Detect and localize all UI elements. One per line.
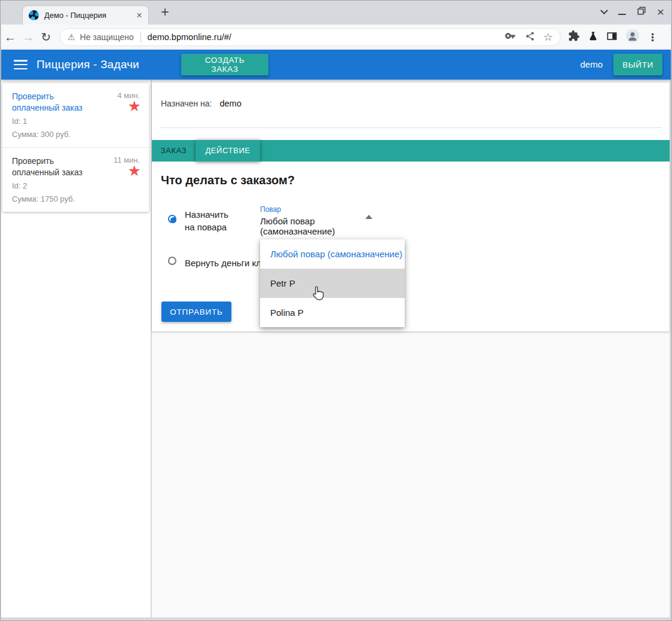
value-line: Любой повар	[260, 216, 377, 226]
new-tab-button[interactable]: +	[157, 5, 173, 20]
tab-order[interactable]: ЗАКАЗ	[152, 140, 196, 162]
submit-button[interactable]: ОТПРАВИТЬ	[161, 302, 231, 322]
extension-icons: ⋮	[568, 29, 658, 45]
select-caret-up-icon[interactable]	[365, 215, 372, 219]
browser-toolbar: ← → ↻ ⚠ Не защищено demo.bpmonline.ru/#/…	[1, 25, 671, 50]
task-id-label: Id: 1	[12, 115, 139, 127]
back-icon[interactable]: ←	[1, 31, 19, 44]
browser-tabstrip: Демо - Пиццерия × + ×	[1, 1, 671, 25]
cook-select-field[interactable]: Повар Любой повар (самоназначение)	[260, 205, 377, 241]
mouse-cursor-hand-icon	[310, 286, 324, 304]
profile-avatar-icon[interactable]	[625, 29, 640, 45]
create-order-button[interactable]: СОЗДАТЬ ЗАКАЗ	[181, 54, 268, 75]
not-secure-warning-icon[interactable]: ⚠	[68, 32, 75, 42]
assigned-row: Назначен на:demo	[161, 99, 242, 108]
flask-extension-icon[interactable]	[588, 31, 598, 44]
url-text: demo.bpmonline.ru/#/	[148, 32, 505, 42]
main-area: Назначен на:demo ЗАКАЗ ДЕЙСТВИЕ Что дела…	[152, 80, 670, 617]
task-item-1[interactable]: Проверить оплаченный заказ 4 мин. ★ Id: …	[2, 83, 149, 147]
divider	[161, 127, 662, 128]
browser-tab[interactable]: Демо - Пиццерия ×	[22, 5, 149, 25]
forward-icon: →	[19, 31, 37, 44]
window-controls: ×	[601, 4, 664, 20]
omnibox-separator	[140, 32, 141, 42]
task-sum-label: Сумма: 1750 руб.	[12, 193, 139, 205]
current-user-label: demo	[580, 50, 603, 80]
detail-tabbar: ЗАКАЗ ДЕЙСТВИЕ	[152, 140, 670, 162]
window-close-icon[interactable]: ×	[657, 6, 664, 18]
app-title: Пиццерия - Задачи	[36, 50, 139, 80]
window-minimize-icon[interactable]	[618, 14, 626, 15]
share-icon[interactable]	[525, 31, 535, 44]
label-line: Назначить	[185, 208, 228, 221]
task-list-card: Проверить оплаченный заказ 4 мин. ★ Id: …	[2, 83, 149, 212]
tab-close-icon[interactable]: ×	[134, 11, 145, 20]
dropdown-option-polina[interactable]: Polina P	[260, 298, 405, 327]
task-sidebar: Проверить оплаченный заказ 4 мин. ★ Id: …	[1, 80, 151, 617]
assigned-label: Назначен на:	[161, 99, 212, 108]
radio-assign-cook[interactable]	[168, 215, 176, 223]
tab-action-active[interactable]: ДЕЙСТВИЕ	[196, 140, 260, 162]
tab-search-chevron-icon[interactable]	[600, 7, 608, 14]
cook-select-value: Любой повар (самоназначение)	[260, 216, 377, 236]
assigned-value: demo	[219, 99, 241, 108]
cook-dropdown-menu: Любой повар (самоназначение) Petr P Poli…	[260, 239, 405, 327]
app-header: Пиццерия - Задачи СОЗДАТЬ ЗАКАЗ demo ВЫЙ…	[1, 50, 671, 80]
question-heading: Что делать с заказом?	[161, 173, 295, 187]
extensions-puzzle-icon[interactable]	[568, 30, 580, 44]
radio-refund-client[interactable]	[168, 257, 176, 265]
hamburger-menu-icon[interactable]	[14, 60, 28, 69]
browser-window: Демо - Пиццерия × + × ← → ↻ ⚠ Не защищен…	[0, 0, 672, 621]
task-title-link[interactable]: Проверить оплаченный заказ	[12, 156, 102, 178]
security-label: Не защищено	[80, 32, 134, 42]
side-panel-icon[interactable]	[606, 31, 618, 44]
dropdown-option-petr[interactable]: Petr P	[260, 269, 405, 298]
site-favicon-icon	[29, 10, 39, 20]
task-detail-card: Назначен на:demo ЗАКАЗ ДЕЙСТВИЕ Что дела…	[152, 83, 670, 331]
omnibox-icons: ☆	[505, 30, 555, 44]
task-sum-label: Сумма: 300 руб.	[12, 129, 139, 140]
window-restore-icon[interactable]	[637, 7, 646, 17]
radio-assign-cook-label[interactable]: Назначить на повара	[185, 208, 228, 233]
task-item-2[interactable]: Проверить оплаченный заказ 11 мин. ★ Id:…	[2, 147, 149, 212]
browser-menu-dots-icon[interactable]: ⋮	[647, 31, 658, 44]
password-key-icon[interactable]	[505, 30, 517, 44]
cook-select-label: Повар	[260, 205, 377, 214]
dropdown-option-any-cook[interactable]: Любой повар (самоназначение)	[260, 239, 405, 269]
reload-icon[interactable]: ↻	[37, 30, 55, 44]
address-bar[interactable]: ⚠ Не защищено demo.bpmonline.ru/#/ ☆	[60, 28, 561, 46]
priority-star-icon: ★	[128, 99, 141, 114]
priority-star-icon: ★	[128, 163, 141, 178]
tab-title: Демо - Пиццерия	[44, 11, 134, 20]
label-line: на повара	[185, 221, 228, 233]
value-line: (самоназначение)	[260, 226, 377, 236]
logout-button[interactable]: ВЫЙТИ	[613, 54, 662, 75]
task-id-label: Id: 2	[12, 180, 139, 191]
bookmark-star-icon[interactable]: ☆	[543, 32, 553, 42]
task-title-link[interactable]: Проверить оплаченный заказ	[12, 91, 102, 114]
